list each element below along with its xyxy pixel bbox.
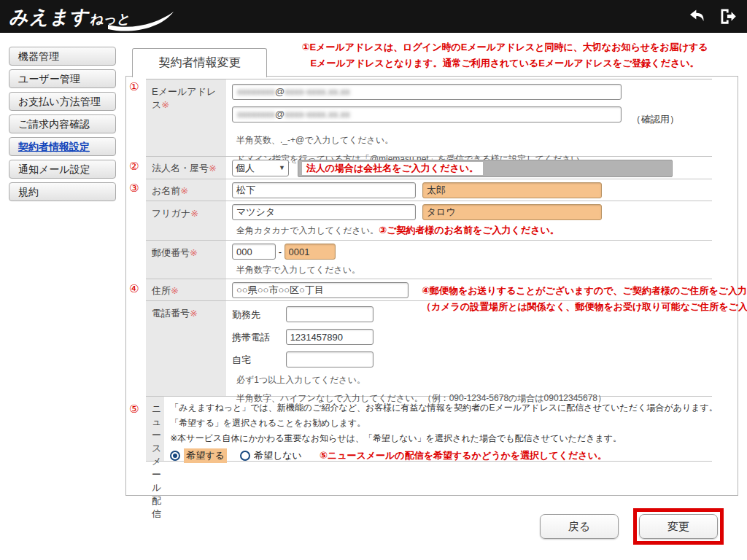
required-mark: ※ [180, 185, 188, 196]
sidebar-item-contractor-info[interactable]: 契約者情報設定 [9, 137, 116, 156]
postal-fields: - 半角数字で入力してください。 [226, 241, 712, 279]
news-mail-label: ニュースメール配信 [146, 397, 164, 461]
step-marker-4: ④ [129, 282, 139, 295]
radio-opt-out[interactable] [240, 451, 250, 461]
sidebar-item-terms[interactable]: 規約 [9, 182, 116, 201]
phone-fields: 勤務先 携帯電話 自宅 必ず1つ以上入力してください。 半角数字、ハイフンなしで… [226, 301, 712, 396]
postal-code-2-input[interactable] [285, 244, 336, 260]
address-annotation-line1: ④郵便物をお送りすることがございますので、ご契約者様のご住所をご入力ください。 [422, 283, 747, 299]
required-mark: ※ [190, 308, 198, 319]
news-mail-row: ニュースメール配信 「みえますねっと」では、新機能のご紹介など、お客様に有益な情… [146, 397, 712, 462]
last-name-kana-input[interactable] [232, 204, 416, 220]
tab-contractor-info-change: 契約者情報変更 [132, 48, 267, 77]
logout-icon[interactable] [718, 7, 738, 26]
chevron-down-icon: ▼ [279, 160, 285, 176]
header-bar: みえますねっと [0, 0, 747, 33]
postal-help: 半角数字で入力してください。 [236, 264, 712, 276]
first-name-kana-input[interactable] [422, 204, 602, 220]
kana-label: フリガナ※ [146, 201, 226, 240]
required-mark: ※ [171, 285, 179, 296]
phone-work-label: 勤務先 [232, 308, 283, 322]
sidebar-item-user-management[interactable]: ユーザー管理 [9, 69, 116, 88]
name-row: お名前※ [146, 179, 712, 201]
phone-row: 電話番号※ 勤務先 携帯電話 自宅 必ず1つ以上入力してください。 半角数字、ハ… [146, 301, 712, 397]
step-marker-3: ③ [129, 182, 139, 195]
step-marker-5: ⑤ [129, 402, 139, 416]
corporate-row: 法人名・屋号※ 個人▼ 法人の場合は会社名をご入力ください。 [146, 157, 712, 179]
email-help-1: 半角英数、._-+@で入力してください。 [236, 134, 712, 147]
radio-opt-in[interactable] [170, 451, 180, 461]
email-confirm-input[interactable]: xxxxxxxx@xxxx-xxxx.xx.xx [232, 106, 622, 122]
corporate-fields: 個人▼ 法人の場合は会社名をご入力ください。 [226, 157, 712, 179]
required-mark: ※ [190, 247, 198, 258]
corporate-type-select[interactable]: 個人▼ [232, 160, 289, 176]
sidebar-item-billing-confirm[interactable]: ご請求内容確認 [9, 114, 116, 133]
postal-code-1-input[interactable] [232, 244, 276, 260]
postal-row: 郵便番号※ - 半角数字で入力してください。 [146, 241, 712, 279]
logo-swoosh-icon [108, 10, 175, 32]
news-mail-fields: 「みえますねっと」では、新機能のご紹介など、お客様に有益な情報を契約者のEメール… [164, 397, 717, 461]
phone-label: 電話番号※ [146, 301, 226, 396]
news-mail-radio-group: 希望する 希望しない ⑤ニュースメールの配信を希望するかどうかを選択してください… [170, 448, 717, 463]
kana-row: フリガナ※ 全角カタカナで入力してください。③ご契約者様のお名前をご入力ください… [146, 201, 712, 241]
phone-mobile-input[interactable] [286, 329, 374, 345]
sidebar-item-notification-mail[interactable]: 通知メール設定 [9, 160, 116, 179]
email-confirm-note: （確認用） [632, 114, 679, 125]
name-fields [226, 179, 712, 201]
kana-fields: 全角カタカナで入力してください。③ご契約者様のお名前をご入力ください。 [226, 201, 712, 240]
step-marker-2: ② [129, 160, 139, 173]
required-mark: ※ [209, 163, 217, 174]
email-input[interactable]: xxxxxxxx@xxxx-xxxx.xx.xx [232, 84, 622, 100]
phone-mobile-label: 携帯電話 [232, 331, 283, 344]
email-row: Eメールアドレス※ xxxxxxxx@xxxx-xxxx.xx.xx xxxxx… [146, 79, 712, 157]
email-top-annotation-line2: Eメールアドレスとなります。通常ご利用されているEメールアドレスをご登録ください… [268, 55, 741, 71]
address-fields: ④郵便物をお送りすることがございますので、ご契約者様のご住所をご入力ください。 … [226, 279, 712, 300]
address-input[interactable] [232, 282, 409, 298]
app-root: みえますねっと 機器管理 ユーザー管理 お支払い方法管理 ご請求内容確認 契約者… [0, 0, 747, 560]
back-button[interactable]: 戻る [540, 514, 619, 539]
required-mark: ※ [161, 99, 169, 110]
last-name-input[interactable] [232, 182, 416, 198]
address-row: 住所※ ④郵便物をお送りすることがございますので、ご契約者様のご住所をご入力くだ… [146, 279, 712, 301]
sidebar-item-payment-method[interactable]: お支払い方法管理 [9, 92, 116, 111]
required-mark: ※ [190, 208, 198, 219]
email-top-annotation-line1: ①Eメールアドレスは、ログイン時のEメールアドレスと同時に、大切なお知らせをお届… [268, 39, 741, 55]
address-annotation: ④郵便物をお送りすることがございますので、ご契約者様のご住所をご入力ください。 … [422, 283, 747, 315]
address-annotation-line2: （カメラの設置場所とは関係なく、郵便物をお受け取り可能なご住所をご入力ください） [422, 299, 747, 315]
corporate-label: 法人名・屋号※ [146, 157, 226, 179]
first-name-input[interactable] [422, 182, 602, 198]
email-fields: xxxxxxxx@xxxx-xxxx.xx.xx xxxxxxxx@xxxx-x… [226, 79, 712, 156]
postal-label: 郵便番号※ [146, 241, 226, 279]
address-label: 住所※ [146, 279, 226, 300]
news-mail-text-2: 「希望する」を選択されることをお勧めします。 [170, 416, 717, 430]
kana-help: 全角カタカナで入力してください。 [236, 225, 379, 236]
postal-separator: - [279, 246, 282, 257]
step-marker-1: ① [129, 80, 139, 93]
contractor-form: Eメールアドレス※ xxxxxxxx@xxxx-xxxx.xx.xx xxxxx… [146, 79, 712, 462]
news-mail-note: ⑤ニュースメールの配信を希望するかどうかを選択してください。 [320, 449, 607, 462]
corporate-note: 法人の場合は会社名をご入力ください。 [302, 162, 483, 175]
back-arrow-icon[interactable] [687, 7, 707, 26]
sidebar-item-device-management[interactable]: 機器管理 [9, 47, 116, 66]
name-label: お名前※ [146, 179, 226, 201]
phone-home-label: 自宅 [232, 354, 283, 367]
change-button[interactable]: 変更 [639, 514, 718, 539]
radio-opt-out-label[interactable]: 希望しない [254, 449, 302, 462]
radio-opt-in-label[interactable]: 希望する [184, 448, 227, 463]
sidebar-nav: 機器管理 ユーザー管理 お支払い方法管理 ご請求内容確認 契約者情報設定 通知メ… [9, 47, 116, 205]
corporate-name-input-disabled: 法人の場合は会社名をご入力ください。 [298, 160, 673, 177]
phone-work-input[interactable] [286, 306, 374, 322]
kana-note: ③ご契約者様のお名前をご入力ください。 [379, 225, 560, 236]
news-mail-text-3: ※本サービス自体にかかわる重要なお知らせは、「希望しない」を選択された場合でも配… [170, 432, 717, 446]
email-label: Eメールアドレス※ [146, 79, 226, 156]
phone-help-1: 必ず1つ以上入力してください。 [236, 374, 712, 386]
phone-home-input[interactable] [286, 351, 374, 368]
news-mail-text-1: 「みえますねっと」では、新機能のご紹介など、お客様に有益な情報を契約者のEメール… [170, 401, 717, 415]
email-top-annotation: ①Eメールアドレスは、ログイン時のEメールアドレスと同時に、大切なお知らせをお届… [268, 39, 741, 71]
logo-text-main: みえます [8, 6, 93, 28]
